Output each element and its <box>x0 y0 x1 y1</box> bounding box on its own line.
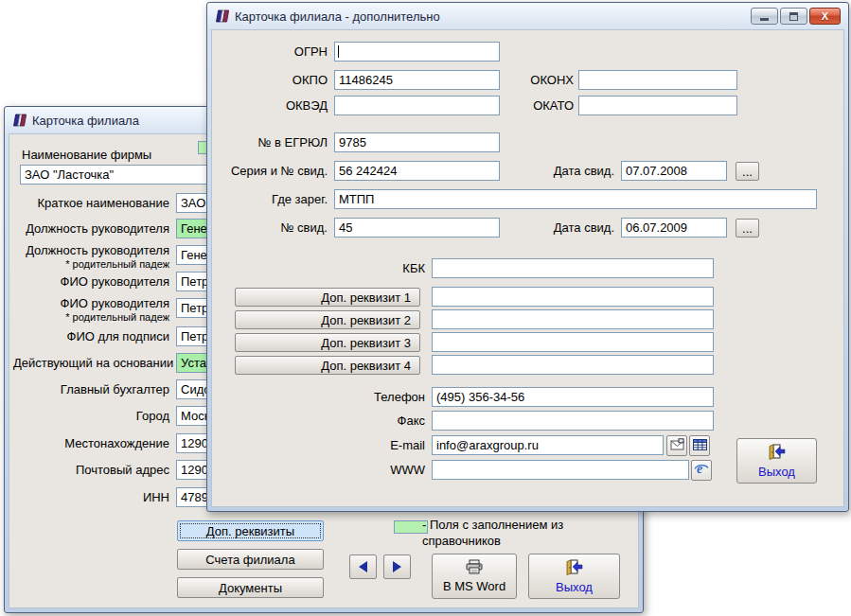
head-name-label: ФИО руководителя <box>13 274 169 290</box>
chief-accountant-label: Главный бухгалтер <box>13 382 169 397</box>
cert-date2-label: Дата свид. <box>539 220 614 236</box>
extra-requisite-2-field[interactable] <box>432 309 714 329</box>
postal-address-label: Почтовый адрес <box>13 463 169 478</box>
cert-number-field[interactable]: 45 <box>334 218 500 238</box>
books-icon <box>214 9 229 24</box>
right-arrow-icon <box>393 561 401 572</box>
acting-basis-label: Действующий на основании <box>13 356 169 371</box>
extra-requisite-3-field[interactable] <box>432 332 714 352</box>
head-position-label: Должность руководителя <box>13 221 169 237</box>
branch-accounts-button[interactable]: Счета филиала <box>177 549 324 570</box>
reg-place-field[interactable]: МТПП <box>334 189 817 209</box>
egrul-number-field[interactable]: 9785 <box>334 132 500 152</box>
printer-icon <box>465 559 484 577</box>
documents-button[interactable]: Документы <box>177 577 324 598</box>
close-button[interactable]: X <box>809 8 841 25</box>
exit-button[interactable]: Выход <box>736 438 817 484</box>
ogrn-label: ОГРН <box>214 44 328 60</box>
exit-button-label: Выход <box>556 580 593 594</box>
fax-label: Факс <box>311 414 425 429</box>
extra-requisite-3-button[interactable]: Доп. реквизит 3 <box>235 333 420 352</box>
legend-text: - Поля с заполнением из справочников <box>422 517 626 549</box>
open-browser-button[interactable]: e <box>691 460 712 481</box>
close-icon: X <box>822 11 828 22</box>
kbk-label: КБК <box>311 261 425 276</box>
front-window-client-area: ОГРН ОКПО 11486245 ОКОНХ ОКВЭД ОКАТО № в… <box>211 29 844 507</box>
exit-door-icon <box>565 558 584 578</box>
location-label: Местонахождение <box>13 436 169 451</box>
short-name-label: Краткое наименование <box>13 196 169 211</box>
kbk-field[interactable] <box>432 258 714 278</box>
minimize-button[interactable] <box>751 8 778 25</box>
phone-field[interactable]: (495) 356-34-56 <box>432 387 714 407</box>
ogrn-field[interactable] <box>334 42 500 62</box>
window-title: Карточка филиала <box>32 114 139 128</box>
send-email-button[interactable] <box>666 435 687 456</box>
extra-requisites-button[interactable]: Доп. реквизиты <box>177 520 324 541</box>
cert-date1-label: Дата свид. <box>539 164 614 179</box>
ie-browser-icon: e <box>694 461 709 480</box>
egrul-number-label: № в ЕГРЮЛ <box>214 135 328 150</box>
exit-door-icon <box>768 443 787 463</box>
branch-card-additional-window[interactable]: Карточка филиала - дополнительно X ОГРН … <box>206 2 849 512</box>
cert-series-label: Серия и № свид. <box>214 164 328 179</box>
minimize-icon <box>760 18 769 21</box>
okved-label: ОКВЭД <box>214 98 328 114</box>
cert-date2-field[interactable]: 06.07.2009 <box>621 218 727 238</box>
email-field[interactable]: info@araxgroup.ru <box>432 435 664 455</box>
cert-date2-picker-button[interactable]: ... <box>736 219 759 238</box>
okonh-label: ОКОНХ <box>460 73 574 88</box>
okonh-field[interactable] <box>578 70 737 90</box>
front-window-titlebar[interactable]: Карточка филиала - дополнительно X <box>211 3 844 29</box>
firm-name-label: Наименование фирмы <box>22 148 151 163</box>
cert-date1-field[interactable]: 07.07.2008 <box>621 161 727 181</box>
nav-next-button[interactable] <box>383 554 411 579</box>
table-icon <box>693 437 707 454</box>
city-label: Город <box>13 409 169 424</box>
email-label: E-mail <box>311 438 425 453</box>
books-icon <box>11 113 27 128</box>
text-cursor <box>338 45 339 58</box>
extra-requisite-1-button[interactable]: Доп. реквизит 1 <box>235 288 420 307</box>
ms-word-button-label: В MS Word <box>443 579 505 593</box>
export-ms-word-button[interactable]: В MS Word <box>432 554 517 599</box>
cert-date1-picker-button[interactable]: ... <box>736 162 759 181</box>
www-label: WWW <box>311 463 425 478</box>
fax-field[interactable] <box>432 411 714 431</box>
inn-label: ИНН <box>13 490 169 505</box>
signature-name-label: ФИО для подписи <box>13 329 169 344</box>
extra-requisite-1-field[interactable] <box>432 287 714 307</box>
extra-requisite-2-button[interactable]: Доп. реквизит 2 <box>235 310 420 329</box>
email-list-button[interactable] <box>689 435 710 456</box>
maximize-icon <box>789 12 798 21</box>
okato-field[interactable] <box>578 96 737 115</box>
extra-requisite-4-field[interactable] <box>432 355 714 375</box>
okpo-label: ОКПО <box>214 73 328 88</box>
cert-series-field[interactable]: 56 242424 <box>334 161 500 181</box>
okato-label: ОКАТО <box>460 98 574 114</box>
cert-number-label: № свид. <box>214 220 328 236</box>
reg-place-label: Где зарег. <box>214 192 328 207</box>
exit-button-label: Выход <box>758 465 795 479</box>
left-arrow-icon <box>359 561 367 572</box>
head-position-genitive-label: Должность руководителя * родительный пад… <box>13 243 169 270</box>
mail-icon <box>670 437 684 454</box>
www-field[interactable] <box>432 460 689 480</box>
window-title: Карточка филиала - дополнительно <box>235 9 440 24</box>
svg-text:e: e <box>697 462 702 476</box>
maximize-button[interactable] <box>780 8 807 25</box>
phone-label: Телефон <box>311 390 425 405</box>
head-name-genitive-label: ФИО руководителя * родительный падеж <box>13 296 169 323</box>
nav-previous-button[interactable] <box>349 554 377 579</box>
extra-requisite-4-button[interactable]: Доп. реквизит 4 <box>235 356 420 375</box>
exit-button[interactable]: Выход <box>528 554 620 599</box>
